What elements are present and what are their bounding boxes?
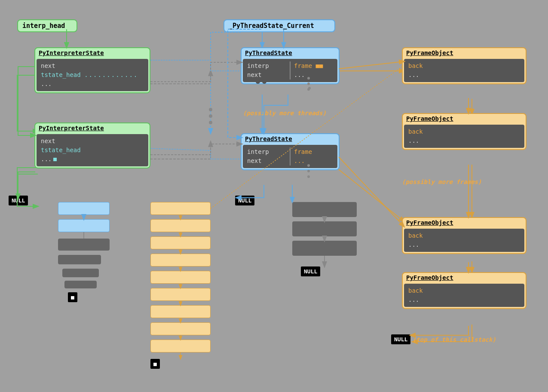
orange-chain-1 (150, 202, 211, 215)
frame-1-etc: ... (408, 70, 520, 80)
thread-state-1: PyThreadState interp next frame ■■ ... (241, 47, 340, 84)
ts2-frame: frame (294, 147, 333, 156)
svg-point-6 (308, 87, 311, 89)
frame-2-back: back (408, 127, 520, 136)
possibly-more-threads: (possibly more threads) (243, 110, 326, 116)
is2-field-tstate: tstate_head (41, 146, 144, 155)
interpreter-state-2: PyInterpreterState next tstate_head ... (34, 122, 150, 168)
interp-head-label: interp_head (17, 19, 77, 32)
gray-chain-1 (58, 239, 110, 251)
frame-4-back: back (408, 286, 520, 295)
ts1-frame: frame ■■ (294, 61, 333, 70)
is1-field-next: next (41, 61, 144, 70)
ts2-etc: ... (294, 156, 333, 165)
blue-chain-2 (58, 219, 110, 232)
ts2-interp: interp (247, 147, 286, 156)
orange-chain-7 (150, 305, 211, 318)
ts1-left: interp next (247, 61, 286, 80)
svg-point-1 (209, 108, 212, 111)
frame-4-content: back ... (404, 284, 524, 307)
frame-3-etc: ... (408, 240, 520, 249)
frame-1-content: back ... (404, 59, 524, 82)
frame-1-title: PyFrameObject (403, 48, 526, 58)
is1-field-tstate: tstate_head ............ (41, 70, 144, 80)
svg-point-3 (209, 121, 212, 124)
null-left: NULL (9, 196, 28, 205)
frame-3-title: PyFrameObject (403, 218, 526, 227)
ts1-divider (290, 61, 291, 80)
ts2-divider (290, 147, 291, 165)
thread-state-2: PyThreadState interp next frame ... (241, 133, 340, 170)
orange-chain-9 (150, 340, 211, 352)
is1-field-etc: ... (41, 80, 144, 89)
ts2-left: interp next (247, 147, 286, 165)
interpreter-state-1: PyInterpreterState next tstate_head ....… (34, 47, 150, 93)
orange-chain-3 (150, 236, 211, 249)
null-frames: NULL (391, 334, 410, 344)
null-orange-chain: ■ (150, 359, 160, 369)
orange-chain-8 (150, 322, 211, 335)
interpreter-state-1-title: PyInterpreterState (35, 48, 150, 58)
frame-2-title: PyFrameObject (403, 114, 526, 123)
blue-chain-1 (58, 202, 110, 215)
interpreter-state-2-content: next tstate_head ... (37, 134, 148, 166)
thread-state-1-title: PyThreadState (242, 48, 339, 58)
ts2-right: frame ... (294, 147, 333, 165)
frame-2-content: back ... (404, 125, 524, 148)
gray-ts2-chain-1 (292, 202, 357, 217)
diagram: interp_head _PyThreadState_Current PyInt… (0, 0, 548, 392)
frame-2-etc: ... (408, 136, 520, 145)
frame-3-back: back (408, 231, 520, 240)
frame-4-etc: ... (408, 295, 520, 304)
gray-chain-4 (64, 281, 97, 288)
orange-chain-5 (150, 271, 211, 284)
thread-state-1-content: interp next frame ■■ ... (243, 59, 337, 82)
py-thread-state-current-label: _PyThreadState_Current (223, 19, 335, 32)
frame-object-3: PyFrameObject back ... (402, 217, 527, 254)
svg-point-2 (209, 114, 212, 118)
orange-chain-6 (150, 288, 211, 301)
orange-chain-4 (150, 254, 211, 266)
gray-ts2-chain-3 (292, 241, 357, 256)
svg-point-28 (307, 175, 310, 178)
gray-ts2-chain-2 (292, 221, 357, 236)
interpreter-state-1-content: next tstate_head ............ ... (37, 59, 148, 91)
frame-3-content: back ... (404, 229, 524, 252)
is2-field-etc: ... (41, 155, 144, 164)
frame-4-title: PyFrameObject (403, 273, 526, 282)
null-middle: NULL (235, 196, 254, 205)
thread-state-2-title: PyThreadState (242, 134, 339, 144)
interpreter-state-2-title: PyInterpreterState (35, 123, 150, 133)
thread-state-2-content: interp next frame ... (243, 145, 337, 168)
null-thread2: NULL (301, 266, 320, 276)
top-of-callstack: (top of this callstack) (413, 336, 496, 343)
frame-object-4: PyFrameObject back ... (402, 272, 527, 309)
frame-1-back: back (408, 61, 520, 70)
gray-chain-3 (62, 269, 99, 277)
ts1-etc: ... (294, 70, 333, 80)
null-chain: ■ (68, 292, 77, 302)
svg-point-25 (307, 88, 310, 91)
ts1-interp: interp (247, 61, 286, 70)
is2-field-next: next (41, 137, 144, 146)
ts1-right: frame ■■ ... (294, 61, 333, 80)
orange-chain-2 (150, 219, 211, 232)
frame-object-2: PyFrameObject back ... (402, 113, 527, 150)
frame-object-1: PyFrameObject back ... (402, 47, 527, 84)
possibly-more-frames: (possibly more frames) (402, 178, 481, 185)
ts1-next: next (247, 70, 286, 80)
gray-chain-2 (58, 255, 101, 264)
ts2-next: next (247, 156, 286, 165)
